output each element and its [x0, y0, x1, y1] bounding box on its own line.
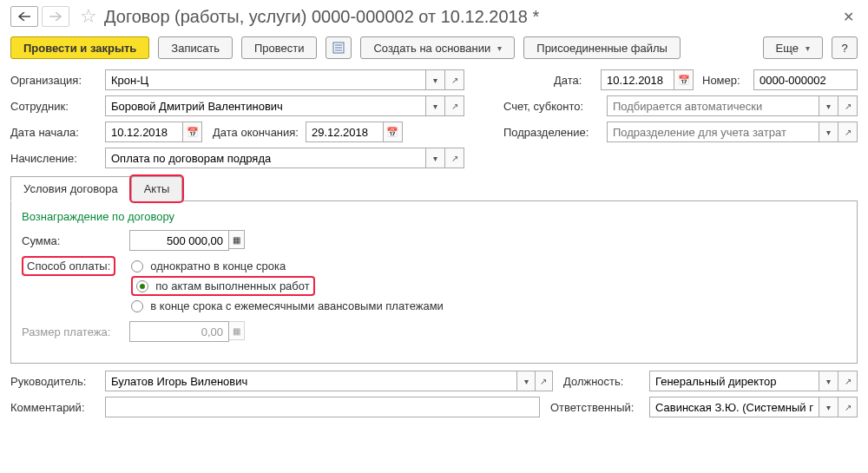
dropdown-icon[interactable]: ▾	[819, 122, 838, 142]
create-based-on-button[interactable]: Создать на основании	[360, 36, 515, 59]
radio-once-label: однократно в конце срока	[150, 259, 286, 273]
post-and-close-button[interactable]: Провести и закрыть	[10, 36, 149, 59]
dropdown-icon[interactable]: ▾	[426, 148, 445, 168]
dropdown-icon[interactable]: ▾	[426, 69, 445, 90]
tab-conditions[interactable]: Условия договора	[10, 176, 131, 201]
open-icon[interactable]: ↗	[445, 148, 464, 168]
calendar-icon[interactable]	[674, 69, 694, 90]
post-button[interactable]: Провести	[241, 36, 318, 59]
close-icon[interactable]: ✕	[843, 9, 854, 25]
position-input[interactable]	[649, 371, 819, 391]
employee-label: Сотрудник:	[10, 100, 102, 113]
calendar-icon[interactable]	[384, 122, 403, 142]
payment-size-label: Размер платежа:	[22, 325, 126, 338]
payment-method-label: Способ оплаты:	[27, 259, 110, 273]
accrual-input[interactable]	[105, 148, 426, 168]
sum-input[interactable]	[129, 230, 229, 251]
account-label: Счет, субконто:	[503, 100, 603, 113]
help-button[interactable]: ?	[832, 36, 858, 59]
save-button[interactable]: Записать	[158, 36, 233, 59]
calculator-icon: ▦	[229, 321, 245, 340]
dropdown-icon[interactable]: ▾	[819, 397, 838, 417]
leader-input[interactable]	[105, 371, 517, 391]
comment-label: Комментарий:	[10, 401, 102, 414]
open-icon[interactable]: ↗	[445, 69, 464, 90]
radio-once[interactable]	[131, 260, 143, 273]
calculator-icon[interactable]: ▦	[229, 230, 245, 249]
tab-acts[interactable]: Акты	[131, 176, 183, 201]
radio-monthly-label: в конце срока с ежемесячными авансовыми …	[150, 299, 444, 312]
conditions-panel: Вознаграждение по договору Сумма: ▦ Спос…	[10, 201, 858, 364]
nav-back-button[interactable]	[10, 6, 38, 27]
number-label: Номер:	[702, 74, 750, 87]
open-icon[interactable]: ↗	[445, 95, 464, 116]
arrow-right-icon	[49, 12, 62, 21]
more-button[interactable]: Еще	[763, 36, 823, 59]
payment-method-label-highlight: Способ оплаты:	[22, 256, 115, 276]
responsible-label: Ответственный:	[550, 401, 646, 414]
position-label: Должность:	[563, 375, 646, 388]
section-title: Вознаграждение по договору	[22, 210, 846, 223]
calendar-icon[interactable]	[183, 122, 202, 142]
date-input[interactable]	[601, 69, 674, 90]
end-date-label: Дата окончания:	[213, 126, 299, 139]
division-label: Подразделение:	[503, 126, 603, 139]
movements-button[interactable]	[326, 36, 352, 59]
date-label: Дата:	[554, 74, 597, 87]
dropdown-icon[interactable]: ▾	[426, 95, 445, 116]
page-title: Договор (работы, услуги) 0000-000002 от …	[104, 7, 839, 27]
organization-input[interactable]	[105, 69, 426, 90]
radio-acts-highlight: по актам выполненных работ	[131, 276, 314, 296]
open-icon[interactable]: ↗	[838, 95, 858, 116]
account-input[interactable]	[607, 95, 819, 116]
open-icon[interactable]: ↗	[838, 397, 858, 417]
favorite-star-icon[interactable]: ☆	[80, 5, 97, 28]
responsible-input[interactable]	[649, 397, 819, 417]
start-date-label: Дата начала:	[10, 126, 102, 139]
end-date-input[interactable]	[306, 122, 384, 142]
open-icon[interactable]: ↗	[536, 371, 553, 391]
leader-label: Руководитель:	[10, 375, 102, 388]
tabs: Условия договора Акты	[10, 175, 858, 201]
start-date-input[interactable]	[105, 122, 183, 142]
comment-input[interactable]	[105, 397, 540, 417]
radio-acts-label: по актам выполненных работ	[155, 279, 309, 292]
sum-label: Сумма:	[22, 234, 126, 247]
dropdown-icon[interactable]: ▾	[819, 95, 838, 116]
open-icon[interactable]: ↗	[838, 122, 858, 142]
radio-monthly[interactable]	[131, 300, 143, 312]
attachments-button[interactable]: Присоединенные файлы	[523, 36, 681, 59]
division-input[interactable]	[607, 122, 819, 142]
accrual-label: Начисление:	[10, 152, 102, 165]
payment-size-input	[129, 321, 229, 342]
nav-forward-button[interactable]	[42, 6, 69, 27]
arrow-left-icon	[18, 12, 30, 21]
dropdown-icon[interactable]: ▾	[819, 371, 838, 391]
radio-acts[interactable]	[136, 280, 148, 292]
organization-label: Организация:	[10, 74, 102, 87]
list-icon	[332, 42, 345, 54]
number-input[interactable]	[753, 69, 858, 90]
open-icon[interactable]: ↗	[838, 371, 858, 391]
employee-input[interactable]	[105, 95, 426, 116]
dropdown-icon[interactable]: ▾	[517, 371, 535, 391]
